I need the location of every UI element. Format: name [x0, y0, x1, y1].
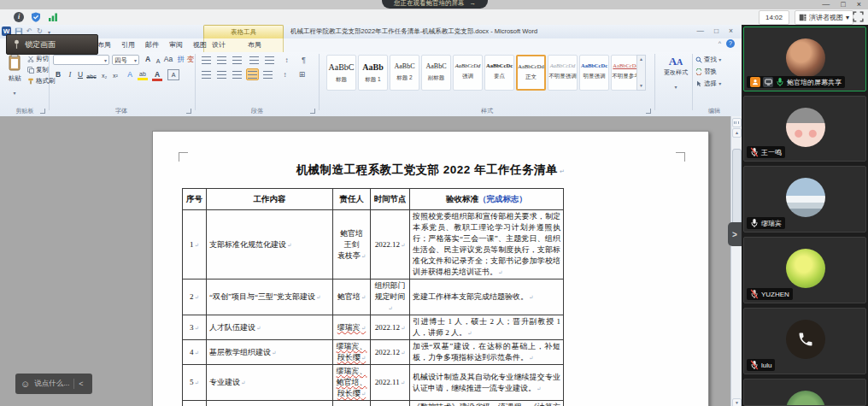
word-close-icon[interactable]: × [729, 26, 733, 36]
chat-collapse-icon[interactable]: < [79, 380, 83, 388]
table-row[interactable]: 4 基层教学组织建设 缪瑞宾、 段长缨 2022.12 加强“双基”建设，在达标… [183, 340, 564, 365]
minimize-icon[interactable]: — [822, 0, 830, 9]
find-button[interactable]: 查找 ▾ [695, 56, 721, 64]
style-intense-emphasis[interactable]: AaBbCcDc明显强调 [579, 55, 609, 91]
style-emphasis[interactable]: AaBbCcDd强调 [453, 55, 483, 91]
select-button[interactable]: 选择 ▾ [695, 79, 721, 88]
table-row[interactable]: 1 支部标准化规范化建设 鲍官培 王剑 袁枝亭 2022.12 按照校党委组织部… [183, 210, 564, 279]
style-title[interactable]: AaBbC标题 [326, 55, 356, 91]
style-heading1[interactable]: AaBb标题 1 [358, 55, 388, 91]
shield-check-icon[interactable] [31, 12, 41, 22]
help-icon[interactable]: ? [726, 39, 735, 48]
char-wrap-button[interactable]: 变 [185, 54, 196, 65]
participant-tile[interactable]: YUZHEN [743, 237, 866, 303]
tab-table-layout[interactable]: 布局 [243, 38, 267, 52]
document-page[interactable]: 机械制造工程系教工党支部 2022 年工作任务清单 序号 工作内容 责任人 时间… [152, 131, 709, 406]
sort-button[interactable]: ↕ [280, 54, 293, 66]
paragraph-dialog-launcher[interactable] [310, 109, 315, 114]
replace-button[interactable]: 替换 [695, 68, 717, 76]
font-dialog-launcher[interactable] [186, 109, 191, 114]
tab-references[interactable]: 引用 [116, 38, 140, 52]
chat-input-bar[interactable]: ☺ 说点什么... < [15, 374, 92, 394]
table-row[interactable]: 2 “双创”项目与“三型”党支部建设 鲍官培 组织部门 规定时间 党建工作样本支… [183, 279, 564, 315]
table-row[interactable]: 6 课程建设 孙业荣、 张潮晶 2022.12 《数控技术》建设省级一流课程，《… [183, 401, 564, 406]
paste-dropdown-icon[interactable]: ▾ [13, 91, 15, 96]
view-mode-button[interactable]: 演讲者视图 ▾ [795, 10, 853, 25]
style-normal-selected[interactable]: AaBbCcDd正文 [516, 55, 546, 91]
show-marks-button[interactable]: ¶ [297, 54, 310, 66]
task-table[interactable]: 序号 工作内容 责任人 时间节点 验收标准（完成标志） 1 支部标准化规范化建设… [182, 188, 564, 406]
change-styles-button[interactable]: AA 更改样式 ▾ [660, 56, 692, 92]
tab-table-design[interactable]: 设计 [207, 38, 231, 52]
participant-tile[interactable]: lulu [743, 308, 866, 374]
participant-tile[interactable] [743, 379, 866, 406]
font-name-combo[interactable]: ▾ [53, 55, 109, 65]
strikethrough-button[interactable]: abc [86, 71, 97, 82]
emoji-icon[interactable]: ☺ [21, 374, 30, 394]
screen-share-banner[interactable]: 您正在观看鲍官培的屏幕 → [382, 0, 488, 9]
subscript-button[interactable]: x₂ [99, 70, 109, 81]
superscript-button[interactable]: x² [110, 70, 120, 81]
style-heading2[interactable]: AaBbC标题 2 [390, 55, 419, 91]
format-painter-button[interactable]: 格式刷 [27, 77, 56, 85]
grow-font-button[interactable]: A [143, 54, 153, 65]
increase-indent-button[interactable] [263, 54, 276, 66]
bullets-button[interactable] [200, 54, 213, 66]
participant-tile[interactable]: 缪瑞宾 [743, 166, 866, 232]
change-case-button[interactable]: Aa [163, 54, 173, 65]
highlight-color-button[interactable]: ab [138, 68, 148, 79]
sidebar-collapse-handle[interactable]: > [728, 222, 742, 246]
tab-mailings[interactable]: 邮件 [140, 38, 164, 52]
document-canvas[interactable]: 机械制造工程系教工党支部 2022 年工作任务清单 序号 工作内容 责任人 时间… [0, 116, 730, 406]
align-left-button[interactable] [200, 68, 213, 80]
table-row[interactable]: 3 人才队伍建设 缪瑞宾 2022.12 引进博士 1 人，硕士 2 人；晋升副… [183, 315, 564, 340]
banner-arrow-icon[interactable]: → [470, 0, 477, 7]
styles-gallery-scroll[interactable]: ▲ ▼ [636, 55, 646, 91]
numbering-button[interactable] [215, 54, 228, 66]
ruler-toggle-button[interactable] [732, 118, 742, 127]
fullscreen-icon[interactable] [853, 11, 864, 22]
document-heading[interactable]: 机械制造工程系教工党支部 2022 年工作任务清单 [153, 162, 708, 178]
align-right-button[interactable] [231, 68, 243, 80]
lock-screen-tooltip[interactable]: 锁定画面 [6, 34, 98, 55]
distribute-button[interactable] [261, 68, 274, 80]
network-signal-icon[interactable] [48, 12, 58, 22]
char-border-button[interactable]: A [167, 69, 179, 80]
styles-dialog-launcher[interactable] [646, 109, 651, 114]
scroll-down-icon[interactable]: ▼ [732, 398, 742, 406]
word-maximize-icon[interactable]: □ [714, 26, 718, 36]
close-icon[interactable]: × [857, 0, 861, 9]
table-row[interactable]: 5 专业建设 缪瑞宾、 鲍官培、 段长缨 2022.11 机械设计制造及其自动化… [183, 365, 564, 401]
line-spacing-button[interactable]: ↕ [279, 68, 291, 80]
ribbon-collapse-icon[interactable]: ^ [718, 40, 721, 46]
underline-button[interactable]: U [75, 69, 85, 80]
clipboard-dialog-launcher[interactable] [40, 109, 45, 114]
scroll-up-icon[interactable]: ▲ [732, 128, 742, 138]
decrease-indent-button[interactable] [248, 54, 261, 66]
copy-button[interactable]: 复制 [27, 66, 49, 74]
paste-button[interactable]: 粘贴 ▾ [3, 54, 26, 98]
style-strong[interactable]: AaBbCcDc要点 [484, 55, 514, 91]
style-subtitle[interactable]: AaBbC副标题 [421, 55, 451, 91]
multilevel-list-button[interactable] [231, 54, 243, 66]
style-subtle-emphasis[interactable]: AaBbCcDd不明显强调 [548, 55, 578, 91]
word-scrollbar[interactable]: ▲ ▼ ▲ ▼ [730, 116, 742, 406]
text-effects-button[interactable]: A [125, 69, 135, 80]
font-color-button[interactable]: A [152, 69, 162, 80]
tab-review[interactable]: 审阅 [164, 38, 188, 52]
participant-tile[interactable]: 王一鸣 [743, 96, 866, 162]
bold-button[interactable]: B [53, 69, 63, 80]
maximize-icon[interactable]: □ [841, 0, 845, 9]
scrollbar-thumb[interactable] [732, 149, 742, 234]
italic-button[interactable]: I [65, 69, 75, 80]
participant-tile-sharing[interactable]: 鲍官培的屏幕共享 [743, 26, 866, 91]
chat-input[interactable]: 说点什么... [34, 379, 69, 389]
borders-button[interactable]: ⊞ [296, 68, 308, 80]
justify-button[interactable] [246, 68, 259, 80]
align-center-button[interactable] [215, 68, 228, 80]
shrink-font-button[interactable]: A [153, 56, 163, 67]
cut-button[interactable]: 剪切 [27, 55, 49, 63]
word-minimize-icon[interactable]: — [696, 26, 704, 36]
info-icon[interactable]: i [14, 12, 24, 22]
font-size-combo[interactable]: 四号▾ [112, 55, 139, 65]
